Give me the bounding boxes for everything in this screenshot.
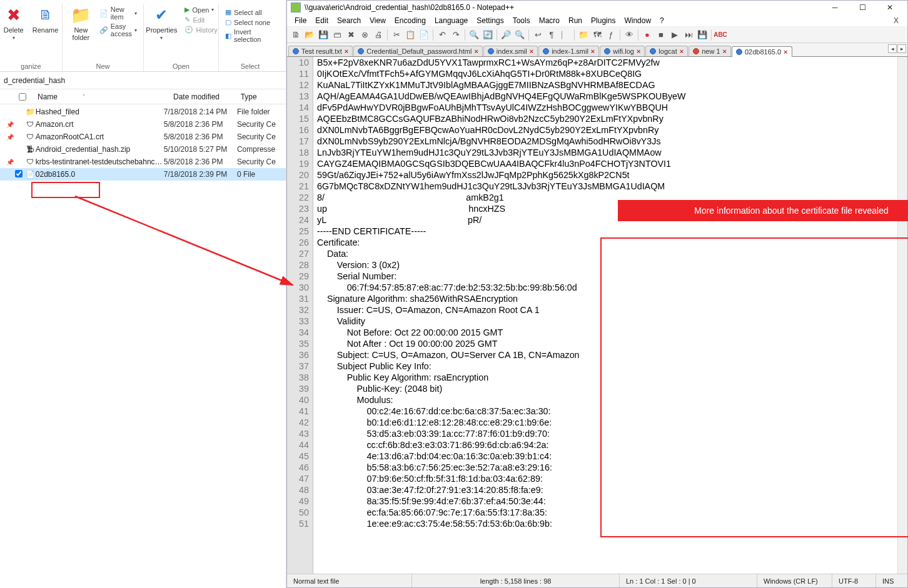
- tab-label: index-1.smil: [552, 47, 588, 55]
- func-list-icon[interactable]: ƒ: [605, 29, 617, 41]
- tab-close-icon[interactable]: ×: [784, 48, 787, 56]
- menu-settings[interactable]: Settings: [473, 16, 507, 25]
- tab-logcat[interactable]: logcat×: [645, 46, 688, 56]
- select-all-button[interactable]: ▦Select all: [224, 7, 276, 17]
- file-type-icon: 📁: [24, 107, 36, 116]
- monitor-icon[interactable]: 👁: [623, 29, 635, 41]
- copy-icon[interactable]: 📋: [404, 29, 416, 41]
- file-row[interactable]: 📌🛡AmazonRootCA1.crt5/8/2018 2:36 PMSecur…: [0, 131, 286, 143]
- file-row[interactable]: 📁Hashed_filed7/18/2018 2:14 PMFile folde…: [0, 106, 286, 118]
- col-name[interactable]: Name: [38, 92, 58, 101]
- status-enc[interactable]: UTF-8: [832, 574, 876, 587]
- menu-tools[interactable]: Tools: [509, 16, 534, 25]
- show-all-chars-icon[interactable]: ¶: [545, 29, 558, 41]
- tab-close-icon[interactable]: ×: [637, 47, 640, 55]
- tab-index-1-smil[interactable]: index-1.smil×: [538, 46, 599, 56]
- select-none-button[interactable]: ▢Select none: [224, 17, 276, 27]
- menu-encoding[interactable]: Encoding: [391, 16, 430, 25]
- menu-macro[interactable]: Macro: [535, 16, 563, 25]
- rename-button[interactable]: 🗎 Rename: [30, 4, 61, 35]
- new-file-icon[interactable]: 🗎: [290, 29, 302, 41]
- record-macro-icon[interactable]: ●: [641, 29, 653, 41]
- tab-close-icon[interactable]: ×: [591, 47, 595, 55]
- tab-wifi-log[interactable]: wifi.log×: [600, 46, 645, 56]
- close-button[interactable]: ✕: [876, 1, 904, 14]
- col-date[interactable]: Date modified: [169, 92, 237, 101]
- invert-selection-button[interactable]: ◧Invert selection: [224, 27, 276, 44]
- tab-credential-default-password-html[interactable]: Credential_Default_password.html×: [353, 46, 483, 56]
- menu-view[interactable]: View: [366, 16, 390, 25]
- easy-access-button[interactable]: 🔗Easy access▾: [98, 22, 138, 38]
- properties-button[interactable]: ✔ Properties ▾: [143, 4, 179, 42]
- delete-button[interactable]: ✖ Delete ▾: [1, 4, 26, 42]
- cut-icon[interactable]: ✂: [390, 29, 403, 41]
- find-icon[interactable]: 🔍: [468, 29, 480, 41]
- folder-view-icon[interactable]: 📁: [577, 29, 590, 41]
- status-ins[interactable]: INS: [876, 574, 907, 587]
- file-name: krbs-testintranet-testdeutschebahnco…: [36, 157, 164, 166]
- tab-close-icon[interactable]: ×: [474, 47, 478, 55]
- column-headers[interactable]: Name˄ Date modified Type: [0, 89, 286, 104]
- status-bar: Normal text file length : 5,158 lines : …: [287, 574, 907, 587]
- save-macro-icon[interactable]: 💾: [696, 29, 709, 41]
- file-row[interactable]: 📄02db8165.07/18/2018 2:39 PM0 File: [0, 168, 286, 181]
- save-all-icon[interactable]: 🗃: [331, 29, 343, 41]
- menu-?[interactable]: ?: [656, 16, 668, 25]
- paste-icon[interactable]: 📄: [418, 29, 430, 41]
- zoom-in-icon[interactable]: 🔎: [500, 29, 512, 41]
- close-all-icon[interactable]: ⊗: [358, 29, 371, 41]
- tab-close-icon[interactable]: ×: [680, 47, 684, 55]
- new-folder-button[interactable]: 📁 New folder: [68, 4, 94, 42]
- breadcrumb[interactable]: d_credential_hash: [0, 72, 286, 89]
- select-all-checkbox[interactable]: [19, 93, 26, 101]
- undo-icon[interactable]: ↶: [436, 29, 448, 41]
- code-area[interactable]: B5x+F2pV8xeKNR7u6azDdU5YVX1TawprmxRC1+Ws…: [313, 57, 907, 574]
- replace-icon[interactable]: 🔄: [482, 29, 494, 41]
- play-macro-icon[interactable]: ▶: [668, 29, 681, 41]
- tab-new-1[interactable]: new 1×: [689, 46, 731, 56]
- menu-run[interactable]: Run: [565, 16, 586, 25]
- menu-window[interactable]: Window: [620, 16, 655, 25]
- tab-02db8165-0[interactable]: 02db8165.0×: [732, 46, 792, 57]
- file-row[interactable]: 🗜Android_credential_hash.zip5/10/2018 5:…: [0, 143, 286, 156]
- new-item-button[interactable]: 📄New item▾: [98, 5, 138, 21]
- play-multi-icon[interactable]: ⏭: [682, 29, 695, 41]
- editor[interactable]: 1011121314151617181920212223242526272829…: [287, 57, 907, 574]
- indent-guide-icon[interactable]: ⎸: [559, 29, 572, 41]
- menu-language[interactable]: Language: [431, 16, 472, 25]
- tab-close-icon[interactable]: ×: [530, 47, 533, 55]
- print-icon[interactable]: 🖨: [372, 29, 385, 41]
- tab-index-smil[interactable]: index.smil×: [483, 46, 538, 56]
- spellcheck-icon[interactable]: ABC: [714, 29, 727, 41]
- menu-file[interactable]: File: [291, 16, 310, 25]
- open-button[interactable]: ▶Open▾: [183, 5, 218, 14]
- pin-icon: 📌: [6, 159, 15, 166]
- stop-macro-icon[interactable]: ■: [655, 29, 667, 41]
- close-file-icon[interactable]: ✖: [345, 29, 357, 41]
- tab-close-icon[interactable]: ×: [723, 47, 727, 55]
- zoom-out-icon[interactable]: 🔍: [513, 29, 526, 41]
- file-row[interactable]: 📌🛡Amazon.crt5/8/2018 2:36 PMSecurity Ce: [0, 118, 286, 131]
- minimize-button[interactable]: ─: [821, 1, 849, 14]
- col-type[interactable]: Type: [237, 92, 286, 101]
- wordwrap-icon[interactable]: ↩: [532, 29, 544, 41]
- row-checkbox[interactable]: [15, 170, 23, 177]
- menu-edit[interactable]: Edit: [311, 16, 332, 25]
- maximize-button[interactable]: ☐: [849, 1, 876, 14]
- open-file-icon[interactable]: 📂: [303, 29, 316, 41]
- tab-scroll-right[interactable]: ▸: [897, 44, 906, 53]
- status-eol[interactable]: Windows (CR LF): [757, 574, 832, 587]
- tab-test-result-txt[interactable]: Test result.txt×: [288, 46, 353, 56]
- tab-status-icon: [736, 49, 742, 55]
- titlebar[interactable]: \\guava\eric\Android_credential_hash\02d…: [287, 1, 907, 14]
- file-row[interactable]: 📌🛡krbs-testintranet-testdeutschebahnco…5…: [0, 156, 286, 168]
- menu-close-x[interactable]: X: [889, 16, 904, 25]
- scrollbar[interactable]: [897, 57, 907, 574]
- tab-scroll-left[interactable]: ◂: [888, 44, 897, 53]
- redo-icon[interactable]: ↷: [450, 29, 462, 41]
- doc-map-icon[interactable]: 🗺: [591, 29, 603, 41]
- tab-close-icon[interactable]: ×: [345, 47, 348, 55]
- save-icon[interactable]: 💾: [317, 29, 330, 41]
- menu-search[interactable]: Search: [333, 16, 365, 25]
- menu-plugins[interactable]: Plugins: [587, 16, 619, 25]
